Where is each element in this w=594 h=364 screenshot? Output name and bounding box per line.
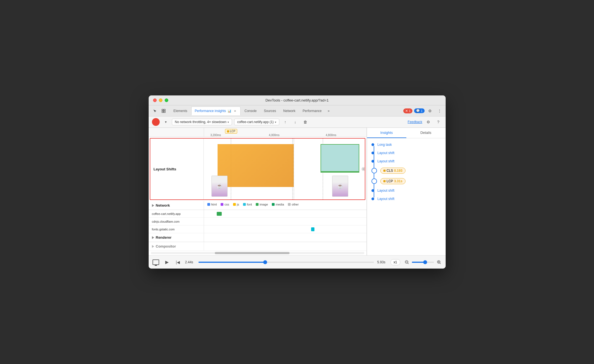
other-dot xyxy=(288,203,291,206)
scrubber-thumb[interactable] xyxy=(263,260,267,264)
timeline-label-area xyxy=(149,128,204,137)
layout-shifts-row: Layout Shifts ☕ xyxy=(150,138,365,200)
long-task-link[interactable]: Long task xyxy=(378,143,392,147)
collapse-compositor-icon xyxy=(152,245,154,248)
layout-shift-link-2[interactable]: Layout shift xyxy=(378,159,394,163)
upload-icon[interactable]: ↑ xyxy=(281,118,289,126)
network-section-header: Network html css js xyxy=(149,201,366,210)
window-title: DevTools - coffee-cart.netlify.app/?ad=1 xyxy=(265,98,329,102)
close-button[interactable] xyxy=(153,98,157,102)
settings-gear-icon[interactable]: ⚙ xyxy=(425,118,432,126)
throttle-dropdown[interactable]: No network throttling, 4× slowdown ▾ xyxy=(172,119,232,125)
play-button[interactable]: ▶ xyxy=(163,258,171,266)
lcp-value: 3.31s xyxy=(394,179,402,183)
tab-network[interactable]: Network xyxy=(280,106,299,115)
thumbnail-left[interactable]: ☕ xyxy=(211,176,228,197)
collapse-renderer-icon xyxy=(152,236,154,239)
zoom-slider[interactable] xyxy=(412,262,434,263)
lcp-badge-insights[interactable]: LCP 3.31s xyxy=(380,178,406,184)
maximize-button[interactable] xyxy=(165,98,168,102)
cursor-icon[interactable] xyxy=(151,107,159,115)
layout-shift-link-4[interactable]: Layout shift xyxy=(378,197,394,201)
layout-shift-link-3[interactable]: Layout shift xyxy=(378,189,394,193)
traffic-lights xyxy=(153,98,168,102)
timeline-item-ls1: Layout shift xyxy=(371,149,441,157)
zoom-thumb[interactable] xyxy=(423,260,427,264)
minimize-button[interactable] xyxy=(159,98,162,102)
tab-insights[interactable]: Insights xyxy=(367,128,406,138)
more-options-icon[interactable]: ⋮ xyxy=(436,107,443,115)
legend-font: font xyxy=(243,203,252,206)
timeline-circle-cls xyxy=(371,168,377,173)
layout-shift-link-1[interactable]: Layout shift xyxy=(378,151,394,155)
timeline-item-longtask: Long task xyxy=(371,141,441,149)
horizontal-scrollbar[interactable] xyxy=(151,252,364,254)
cls-badge[interactable]: CLS 0.193 xyxy=(380,168,406,174)
orange-shift-block[interactable] xyxy=(218,144,294,187)
tab-details[interactable]: Details xyxy=(406,128,446,138)
scrubber[interactable] xyxy=(198,262,374,263)
net-label-gstatic: fonts.gstatic.com xyxy=(149,225,204,233)
zoom-in-button[interactable] xyxy=(436,259,442,266)
timeline-dot-ls2 xyxy=(371,160,374,163)
scale-marker-3200: 3,200ms xyxy=(210,134,221,137)
zoom-out-button[interactable] xyxy=(404,259,410,266)
font-dot xyxy=(243,203,246,206)
net-row-coffee-cart: coffee-cart.netlify.app xyxy=(149,210,366,218)
record-button[interactable] xyxy=(152,118,160,126)
net-bar-area-0 xyxy=(204,210,366,217)
screenshot-button[interactable] xyxy=(152,258,160,266)
skip-to-start-button[interactable]: |◀ xyxy=(174,258,182,266)
tab-elements[interactable]: Elements xyxy=(170,106,191,115)
lcp-dot xyxy=(227,130,229,132)
feedback-link[interactable]: Feedback xyxy=(408,120,422,124)
tab-right-area: ✕ 1 💬 1 ⚙ ⋮ xyxy=(403,107,443,115)
toolbar-right: Feedback ⚙ ? xyxy=(408,118,442,126)
right-panel: Insights Details Long task xyxy=(367,128,446,255)
tab-performance-insights[interactable]: Performance insights 📊 ✕ xyxy=(191,106,241,115)
help-icon[interactable]: ? xyxy=(435,118,442,126)
timeline-item-lcp: LCP 3.31s xyxy=(371,176,441,186)
tab-close-icon[interactable]: ✕ xyxy=(233,109,237,113)
network-label[interactable]: Network xyxy=(149,201,204,210)
renderer-label[interactable]: Renderer xyxy=(149,233,204,242)
tab-performance[interactable]: Performance xyxy=(299,106,325,115)
net-label-cdnjs: cdnjs.cloudflare.com xyxy=(149,218,204,225)
media-dot xyxy=(272,203,275,206)
scrubber-fill xyxy=(198,262,265,263)
insights-scroll: Long task Layout shift Layout shift xyxy=(367,138,446,205)
timeline-header: 3,200ms 4,000ms 4,800ms LCP xyxy=(149,128,366,137)
inspect-icon[interactable] xyxy=(160,107,167,115)
green-baseline xyxy=(321,172,359,173)
download-icon[interactable]: ↓ xyxy=(291,118,299,126)
compositor-content xyxy=(204,242,366,251)
timeline-scale: 3,200ms 4,000ms 4,800ms LCP xyxy=(204,128,366,137)
record-dropdown-icon[interactable]: ▾ xyxy=(162,118,170,126)
svg-rect-0 xyxy=(162,109,163,111)
timeline-dot-ls3 xyxy=(371,189,374,192)
scale-marker-4000: 4,000ms xyxy=(269,134,279,137)
compositor-label[interactable]: Compositor xyxy=(149,242,204,251)
coffee-icon-right: ☕ xyxy=(337,183,343,189)
legend-js: js xyxy=(233,203,239,206)
net-bar-2 xyxy=(311,227,314,231)
thumbnail-right[interactable]: ☕ xyxy=(332,176,348,197)
chevron-down-icon: ▾ xyxy=(228,121,229,124)
speed-badge[interactable]: x1 xyxy=(391,259,400,265)
expand-arrow[interactable]: › xyxy=(361,167,365,171)
delete-icon[interactable]: 🗑 xyxy=(301,118,309,126)
thumb-inner-left: ☕ xyxy=(212,176,227,196)
screen-icon xyxy=(153,259,159,265)
js-dot xyxy=(233,203,236,206)
renderer-content xyxy=(204,233,366,242)
settings-icon[interactable]: ⚙ xyxy=(426,107,434,115)
more-tabs-button[interactable]: » xyxy=(326,109,332,113)
cls-label: CLS xyxy=(387,169,393,173)
tab-sources[interactable]: Sources xyxy=(260,106,279,115)
tab-console[interactable]: Console xyxy=(241,106,260,115)
layout-shifts-content[interactable]: ☕ ☕ › xyxy=(204,139,365,199)
timeline-item-ls4: Layout shift xyxy=(371,195,441,203)
timeline-circle-lcp xyxy=(371,178,377,184)
url-dropdown[interactable]: coffee-cart.netlify.app (1) ▾ xyxy=(234,119,279,125)
teal-shift-block[interactable] xyxy=(321,144,359,172)
